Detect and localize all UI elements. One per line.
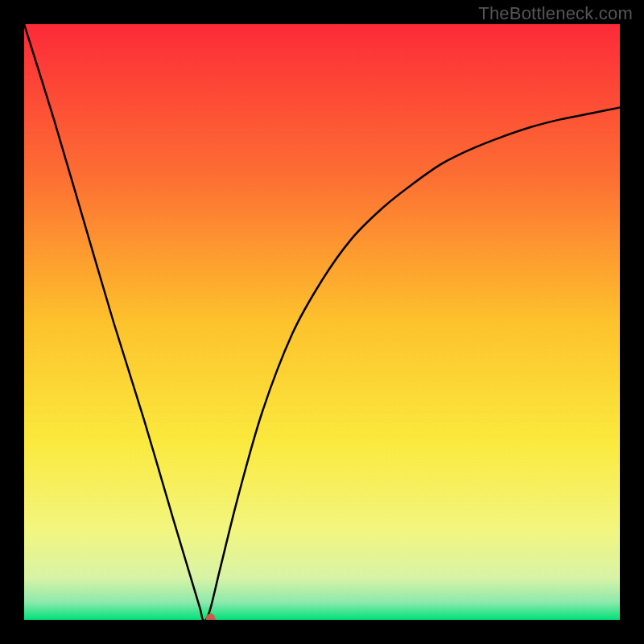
chart-frame: TheBottleneck.com: [0, 0, 644, 644]
plot-area: [24, 24, 620, 620]
watermark-text: TheBottleneck.com: [478, 3, 633, 24]
chart-svg: [24, 24, 620, 620]
